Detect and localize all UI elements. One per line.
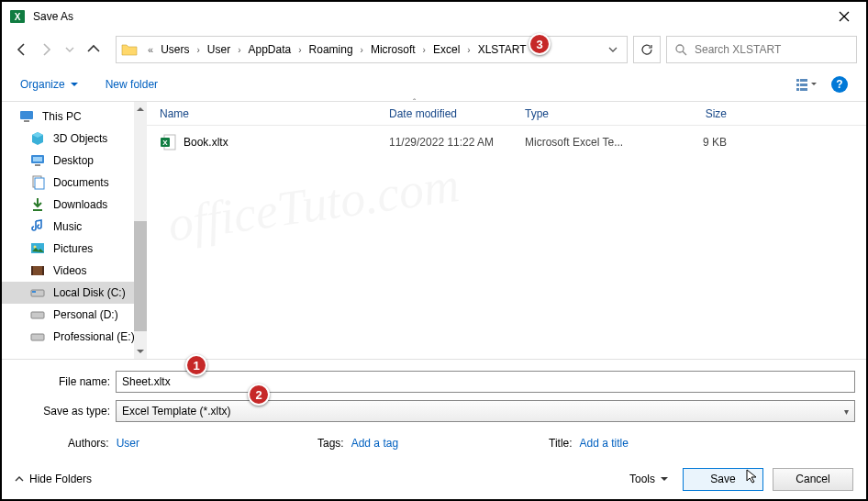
tree-item-music[interactable]: Music: [2, 216, 147, 238]
tree-item-desktop[interactable]: Desktop: [2, 150, 147, 172]
svg-rect-13: [24, 120, 29, 122]
authors-label: Authors:: [68, 437, 109, 450]
arrow-left-icon: [15, 42, 29, 57]
forward-button[interactable]: [35, 39, 57, 61]
list-header: ˆ Name Date modified Type Size: [147, 102, 866, 126]
crumb[interactable]: XLSTART: [476, 43, 529, 56]
tree-label: Downloads: [53, 198, 107, 211]
chevron-down-icon: [65, 45, 74, 54]
scroll-thumb[interactable]: [134, 221, 147, 331]
savetype-select[interactable]: Excel Template (*.xltx) ▾: [116, 400, 855, 422]
crumb[interactable]: Users: [159, 43, 191, 56]
breadcrumb-path: Users› User› AppData› Roaming› Microsoft…: [159, 43, 528, 56]
crumb[interactable]: AppData: [247, 43, 294, 56]
refresh-button[interactable]: [633, 36, 661, 63]
svg-text:X: X: [15, 12, 21, 22]
filename-input[interactable]: [116, 371, 855, 393]
tree-item-3d-objects[interactable]: 3D Objects: [2, 128, 147, 150]
svg-rect-12: [20, 111, 33, 119]
videos-icon: [29, 262, 46, 279]
tree-item-documents[interactable]: Documents: [2, 172, 147, 194]
pictures-icon: [29, 240, 46, 257]
svg-rect-6: [796, 79, 799, 82]
sort-indicator-icon: ˆ: [413, 98, 416, 108]
hide-folders-button[interactable]: Hide Folders: [15, 473, 92, 485]
back-button[interactable]: [11, 39, 33, 61]
tags-value[interactable]: Add a tag: [351, 437, 398, 450]
svg-rect-24: [42, 266, 44, 275]
arrow-up-icon: [86, 42, 101, 57]
filename-label: File name:: [13, 375, 116, 388]
view-list-icon: [796, 77, 818, 92]
file-list: ˆ Name Date modified Type Size X Book.xl…: [147, 102, 866, 359]
chevron-down-icon: ▾: [844, 406, 849, 417]
col-header-date[interactable]: Date modified: [380, 107, 516, 120]
address-bar[interactable]: « Users› User› AppData› Roaming› Microso…: [116, 36, 628, 63]
breadcrumb-initial-sep: «: [148, 44, 153, 55]
scroll-down-icon[interactable]: [134, 344, 147, 359]
tree-scrollbar[interactable]: [134, 102, 147, 359]
music-icon: [29, 218, 46, 235]
file-row[interactable]: X Book.xltx 11/29/2022 11:22 AM Microsof…: [147, 131, 866, 153]
save-button[interactable]: Save: [683, 468, 763, 491]
drive-icon: [29, 328, 46, 345]
crumb[interactable]: User: [206, 43, 232, 56]
tree-item-personal-d[interactable]: Personal (D:): [2, 304, 147, 326]
downloads-icon: [29, 196, 46, 213]
form-area: File name: Save as type: Excel Template …: [2, 359, 866, 459]
tree-label: Professional (E:): [53, 330, 135, 343]
savetype-value: Excel Template (*.xltx): [122, 405, 230, 418]
tree-label: Desktop: [53, 154, 94, 167]
tree-label: 3D Objects: [53, 132, 107, 145]
svg-rect-9: [800, 84, 807, 86]
tree-item-pictures[interactable]: Pictures: [2, 238, 147, 260]
svg-rect-10: [796, 88, 799, 91]
chevron-down-icon: [71, 81, 78, 88]
svg-point-4: [676, 45, 684, 52]
recent-dropdown[interactable]: [59, 39, 81, 61]
view-options-button[interactable]: [795, 75, 818, 94]
new-folder-button[interactable]: New folder: [106, 78, 158, 91]
drive-icon: [29, 284, 46, 301]
tree-label: Personal (D:): [53, 308, 118, 321]
tags-label: Tags:: [317, 437, 344, 450]
tools-button[interactable]: Tools: [624, 473, 673, 485]
close-icon: [839, 11, 850, 22]
title-meta-label: Title:: [549, 437, 573, 450]
svg-rect-27: [31, 312, 44, 318]
crumb[interactable]: Microsoft: [369, 43, 417, 56]
file-date: 11/29/2022 11:22 AM: [380, 136, 516, 149]
hide-folders-label: Hide Folders: [29, 473, 92, 485]
organize-label: Organize: [20, 78, 65, 91]
col-header-type[interactable]: Type: [516, 107, 653, 120]
desktop-icon: [29, 152, 46, 169]
close-button[interactable]: [826, 4, 862, 29]
up-button[interactable]: [83, 39, 105, 61]
tree-item-professional-e[interactable]: Professional (E:): [2, 326, 147, 348]
save-as-dialog: X Save As « Users› User› AppData› Roamin…: [0, 0, 868, 501]
tree-label: Local Disk (C:): [53, 286, 126, 299]
chevron-down-icon: [661, 475, 668, 483]
tree-label: Pictures: [53, 242, 93, 255]
address-dropdown[interactable]: [603, 41, 623, 58]
organize-button[interactable]: Organize: [20, 78, 78, 91]
annotation-badge-1: 1: [185, 354, 207, 376]
col-header-name[interactable]: Name: [147, 107, 380, 120]
search-input[interactable]: Search XLSTART: [666, 36, 857, 63]
tree-item-downloads[interactable]: Downloads: [2, 194, 147, 216]
col-header-size[interactable]: Size: [653, 107, 736, 120]
svg-rect-8: [796, 84, 799, 86]
crumb[interactable]: Roaming: [307, 43, 355, 56]
annotation-badge-3: 3: [529, 33, 551, 55]
authors-value[interactable]: User: [117, 437, 139, 450]
tree-item-this-pc[interactable]: This PC: [2, 106, 147, 128]
pc-icon: [18, 108, 35, 125]
scroll-up-icon[interactable]: [134, 102, 147, 117]
crumb[interactable]: Excel: [431, 43, 462, 56]
title-meta-value[interactable]: Add a title: [580, 437, 629, 450]
help-button[interactable]: ?: [831, 76, 848, 93]
tree-item-local-disk-c[interactable]: Local Disk (C:): [2, 282, 147, 304]
tree-item-videos[interactable]: Videos: [2, 260, 147, 282]
cancel-button[interactable]: Cancel: [773, 468, 853, 491]
file-size: 9 KB: [653, 136, 736, 149]
